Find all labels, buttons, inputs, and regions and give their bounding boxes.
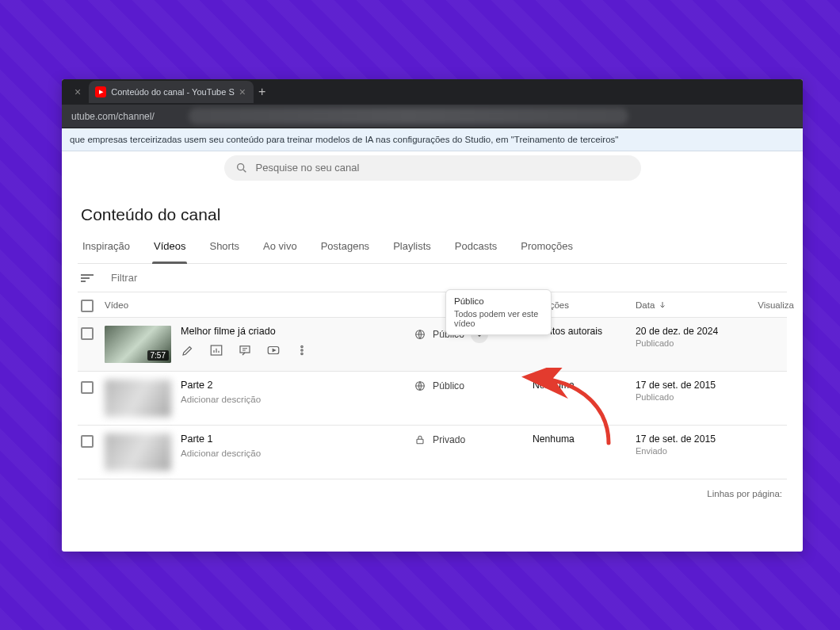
tab-videos[interactable]: Vídeos (152, 231, 187, 263)
date-cell: 17 de set. de 2015 Publicado (636, 380, 739, 402)
visibility-label: Público (433, 380, 464, 391)
tab-label: Playlists (393, 240, 431, 252)
tab-ao-vivo[interactable]: Ao vivo (262, 231, 299, 263)
visibility-tooltip: Público Todos podem ver este vídeo (445, 289, 552, 335)
col-video[interactable]: Vídeo (105, 300, 414, 310)
globe-icon (414, 380, 426, 392)
search-placeholder: Pesquise no seu canal (256, 162, 360, 174)
visibility-cell[interactable]: Privado (414, 433, 533, 446)
tab-label: Promoções (521, 240, 573, 252)
video-title[interactable]: Parte 2 (181, 380, 261, 391)
video-thumbnail[interactable]: 7:57 (105, 326, 171, 363)
table-row[interactable]: Parte 2 Adicionar descrição Público Nenh… (78, 372, 787, 426)
tab-promocoes[interactable]: Promoções (519, 231, 575, 263)
page-title: Conteúdo do canal (81, 205, 787, 224)
analytics-icon[interactable] (209, 343, 223, 357)
svg-rect-10 (417, 439, 423, 443)
svg-point-6 (301, 349, 303, 351)
filter-icon[interactable] (81, 274, 94, 282)
col-views[interactable]: Visualiza (739, 300, 794, 310)
date-status: Publicado (636, 392, 739, 402)
restrictions-cell: Nenhuma (533, 380, 636, 391)
browser-url-bar[interactable]: utube.com/channel/ (62, 105, 803, 128)
tab-label: Ao vivo (263, 240, 297, 252)
select-all-checkbox[interactable] (81, 300, 94, 312)
table-footer: Linhas por página: (78, 479, 787, 508)
content-tabs: Inspiração Vídeos Shorts Ao vivo Postage… (78, 231, 787, 264)
search-bar-container: Pesquise no seu canal (62, 151, 803, 185)
tab-label: Shorts (209, 240, 239, 252)
new-tab-button[interactable]: + (258, 85, 265, 99)
video-cell: 7:57 Melhor filme já criado (105, 326, 414, 363)
browser-tab-title: Conteúdo do canal - YouTube S (111, 87, 235, 97)
search-input[interactable]: Pesquise no seu canal (224, 155, 641, 181)
globe-icon (414, 328, 426, 341)
date-cell: 17 de set. de 2015 Enviado (636, 433, 739, 456)
restrictions-cell: Nenhuma (533, 433, 636, 445)
date-status: Enviado (636, 446, 739, 456)
date-value: 17 de set. de 2015 (636, 380, 739, 391)
more-icon[interactable] (295, 343, 309, 357)
svg-rect-3 (240, 346, 250, 353)
date-status: Publicado (636, 338, 739, 348)
browser-tab-strip: × Conteúdo do canal - YouTube S × + (62, 79, 803, 105)
comments-icon[interactable] (238, 343, 252, 357)
tab-inspiracao[interactable]: Inspiração (81, 231, 132, 263)
row-checkbox[interactable] (81, 381, 94, 394)
svg-point-5 (301, 346, 303, 347)
svg-point-0 (237, 163, 243, 170)
video-thumbnail[interactable] (105, 380, 171, 417)
tab-label: Postagens (321, 240, 369, 252)
tab-podcasts[interactable]: Podcasts (453, 231, 498, 263)
row-action-icons (181, 343, 309, 357)
table-row[interactable]: Público Todos podem ver este vídeo 7:57 … (78, 318, 787, 372)
visibility-cell[interactable]: Público (414, 380, 533, 392)
close-icon[interactable]: × (74, 86, 81, 97)
tooltip-sub: Todos podem ver este vídeo (454, 309, 543, 328)
video-subtitle[interactable]: Adicionar descrição (181, 394, 261, 404)
search-icon (235, 162, 248, 174)
svg-line-1 (243, 170, 246, 172)
video-title[interactable]: Parte 1 (181, 433, 261, 445)
video-cell: Parte 1 Adicionar descrição (105, 433, 414, 471)
tab-shorts[interactable]: Shorts (208, 231, 241, 263)
col-date[interactable]: Data (636, 300, 739, 310)
video-title[interactable]: Melhor filme já criado (181, 326, 309, 337)
youtube-icon[interactable] (266, 343, 281, 357)
filter-label[interactable]: Filtrar (111, 272, 137, 284)
info-banner: que empresas terceirizadas usem seu cont… (62, 128, 803, 151)
svg-point-7 (301, 353, 303, 354)
video-thumbnail[interactable] (105, 433, 171, 471)
edit-icon[interactable] (181, 343, 195, 357)
row-checkbox[interactable] (81, 435, 94, 448)
video-subtitle[interactable]: Adicionar descrição (181, 448, 261, 458)
date-cell: 20 de dez. de 2024 Publicado (636, 326, 739, 348)
col-date-label: Data (636, 300, 655, 310)
lock-icon (414, 433, 426, 446)
tab-label: Inspiração (82, 240, 130, 252)
browser-tab-blank[interactable]: × (68, 81, 89, 103)
tab-playlists[interactable]: Playlists (391, 231, 433, 263)
info-banner-text: que empresas terceirizadas usem seu cont… (70, 135, 618, 144)
arrow-down-icon (658, 300, 667, 310)
main-content: Conteúdo do canal Inspiração Vídeos Shor… (62, 185, 803, 508)
table-row[interactable]: Parte 1 Adicionar descrição Privado Nenh… (78, 426, 787, 479)
tab-label: Podcasts (455, 240, 497, 252)
row-checkbox[interactable] (81, 327, 94, 340)
url-redacted (189, 108, 628, 124)
browser-window: × Conteúdo do canal - YouTube S × + utub… (62, 79, 803, 552)
tab-label: Vídeos (154, 240, 185, 252)
video-duration: 7:57 (147, 350, 169, 361)
rows-per-page-label: Linhas por página: (707, 489, 782, 498)
visibility-label: Privado (433, 434, 465, 445)
browser-tab-active[interactable]: Conteúdo do canal - YouTube S × (89, 81, 254, 103)
youtube-favicon-icon (95, 86, 106, 97)
video-cell: Parte 2 Adicionar descrição (105, 380, 414, 417)
filter-row: Filtrar (78, 264, 787, 292)
url-text: utube.com/channel/ (71, 111, 155, 122)
tab-postagens[interactable]: Postagens (319, 231, 371, 263)
date-value: 17 de set. de 2015 (636, 433, 739, 445)
tooltip-title: Público (454, 296, 543, 306)
date-value: 20 de dez. de 2024 (636, 326, 739, 337)
close-icon[interactable]: × (239, 86, 246, 97)
